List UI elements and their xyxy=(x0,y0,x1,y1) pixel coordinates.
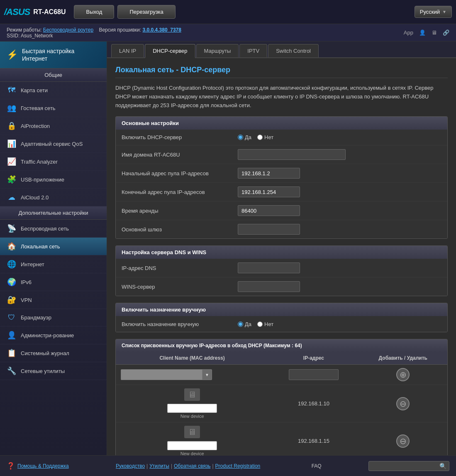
manual-assignment-section: Включить назначение вручную Включить наз… xyxy=(115,303,448,332)
ssid-value: Asus_Network xyxy=(21,33,53,39)
sidebar-item-qos[interactable]: 📊 Адаптивный сервис QoS xyxy=(0,135,107,153)
dhcp-yes-radio[interactable] xyxy=(238,135,243,140)
utils-link[interactable]: Утилиты xyxy=(149,463,169,469)
share-icon[interactable]: 🔗 xyxy=(443,29,449,36)
sidebar-item-firewall[interactable]: 🛡 Брандмауэр xyxy=(0,309,107,326)
sidebar-item-syslog[interactable]: 📋 Системный журнал xyxy=(0,344,107,362)
manual-enable-label: Включить назначение вручную xyxy=(122,321,238,327)
ip-input-cell xyxy=(268,365,358,385)
pool-start-input[interactable] xyxy=(238,168,300,179)
table-row: 🖥 New device 192.168.1.15 ⊖ xyxy=(116,422,447,455)
reboot-button[interactable]: Перезагрузка xyxy=(117,5,175,19)
tab-dhcp[interactable]: DHCP-сервер xyxy=(145,44,195,58)
sidebar-item-lan[interactable]: 🏠 Локальная сеть xyxy=(0,238,107,255)
mac-address-input[interactable] xyxy=(121,370,202,380)
mode-value[interactable]: Беспроводной роутер xyxy=(43,27,93,33)
footer-search-input[interactable] xyxy=(371,463,438,469)
language-label: Русский xyxy=(420,9,440,15)
lease-time-label: Время аренды xyxy=(122,208,238,214)
pool-start-label: Начальный адрес пула IP-адресов xyxy=(122,170,238,177)
sidebar-item-admin[interactable]: 👤 Администри-рование xyxy=(0,326,107,344)
dns-ip-control xyxy=(238,263,300,273)
sidebar-item-aicloud[interactable]: ☁ AiCloud 2.0 xyxy=(0,189,107,206)
sidebar-item-ipv6[interactable]: 🌍 IPv6 xyxy=(0,273,107,291)
manual-no-option[interactable]: Нет xyxy=(257,321,273,327)
sidebar-item-usb-app-label: USB-приложение xyxy=(21,177,64,183)
sep2: | xyxy=(171,463,172,469)
lang-dropdown-icon: ▼ xyxy=(442,10,446,14)
dhcp-no-radio[interactable] xyxy=(257,135,263,140)
sidebar-item-lan-label: Локальная сеть xyxy=(21,243,60,250)
lease-time-row: Время аренды xyxy=(116,201,447,220)
sidebar-item-guest-network[interactable]: 👥 Гостевая сеть xyxy=(0,99,107,117)
mac-dropdown-button[interactable]: ▼ xyxy=(202,370,212,380)
lease-time-input[interactable] xyxy=(238,205,300,216)
sidebar-item-tools[interactable]: 🔧 Сетевые утилиты xyxy=(0,362,107,380)
remove-device2-button[interactable]: ⊖ xyxy=(396,434,410,448)
pool-end-input[interactable] xyxy=(238,186,300,197)
device1-label: New device xyxy=(121,414,263,419)
manual-yes-radio[interactable] xyxy=(238,321,243,327)
sidebar-item-traffic-analyzer[interactable]: 📈 Traffic Analyzer xyxy=(0,153,107,171)
footer-left: ❓ Помощь & Поддержка xyxy=(7,462,69,470)
mode-label: Режим работы: xyxy=(7,27,41,33)
device2-name-input[interactable] xyxy=(167,441,217,450)
sidebar-item-network-map[interactable]: 🗺 Карта сети xyxy=(0,82,107,99)
sidebar-item-internet[interactable]: 🌐 Интернет xyxy=(0,255,107,273)
mac-input-cell: ▼ xyxy=(116,365,268,385)
tab-lan-ip[interactable]: LAN IP xyxy=(111,44,144,57)
logo-asus-text: /ASUS xyxy=(4,7,30,17)
guest-network-icon: 👥 xyxy=(7,103,17,113)
remove-device1-button[interactable]: ⊖ xyxy=(396,397,410,410)
ip-address-input[interactable] xyxy=(289,369,339,380)
dhcp-yes-option[interactable]: Да xyxy=(238,134,251,140)
wireless-icon: 📡 xyxy=(7,224,17,233)
tab-switch-control[interactable]: Switch Control xyxy=(268,44,319,57)
tab-routes[interactable]: Маршруты xyxy=(196,44,239,57)
logo: /ASUS RT-AC68U xyxy=(4,7,66,17)
search-icon[interactable]: 🔍 xyxy=(439,463,446,469)
sep3: | xyxy=(212,463,213,469)
tab-iptv[interactable]: IPTV xyxy=(239,44,267,57)
sidebar-item-vpn[interactable]: 🔐 VPN xyxy=(0,291,107,309)
manual-yes-label: Да xyxy=(245,321,251,327)
domain-name-input[interactable] xyxy=(238,149,346,160)
logout-button[interactable]: Выход xyxy=(74,5,114,19)
domain-name-row: Имя домена RT-AC68U xyxy=(116,145,447,164)
help-icon[interactable]: ❓ xyxy=(7,462,15,470)
manual-no-radio[interactable] xyxy=(257,321,263,327)
wins-input[interactable] xyxy=(238,281,300,292)
quick-setup-item[interactable]: ⚡ Быстрая настройка Интернет xyxy=(0,42,107,69)
manual-link[interactable]: Руководство xyxy=(116,463,145,469)
dns-ip-input[interactable] xyxy=(238,263,300,273)
gateway-control xyxy=(238,224,300,235)
mac-dropdown[interactable]: ▼ xyxy=(121,369,212,380)
monitor-icon[interactable]: 🖥 xyxy=(432,29,437,36)
help-label[interactable]: Помощь & Поддержка xyxy=(17,463,69,469)
qos-icon: 📊 xyxy=(7,139,17,148)
ipv6-icon: 🌍 xyxy=(7,277,17,287)
basic-settings-body: Включить DHCP-сервер Да Нет xyxy=(116,130,447,238)
gateway-input[interactable] xyxy=(238,224,300,235)
firmware-value[interactable]: 3.0.0.4.380_7378 xyxy=(143,27,181,33)
add-device-button[interactable]: ⊕ xyxy=(396,368,410,381)
dhcp-no-option[interactable]: Нет xyxy=(257,134,273,140)
sidebar-item-aiprotection[interactable]: 🔒 AiProtection xyxy=(0,117,107,135)
footer-links: Руководство | Утилиты | Обратная связь |… xyxy=(116,463,260,469)
product-link[interactable]: Product Registration xyxy=(215,463,261,469)
dns-ip-label: IP-адрес DNS xyxy=(122,265,238,271)
manual-yes-option[interactable]: Да xyxy=(238,321,251,327)
top-buttons: Выход Перезагрузка xyxy=(74,5,414,19)
footer-search[interactable]: 🔍 xyxy=(368,461,449,471)
domain-name-label: Имя домена RT-AC68U xyxy=(122,152,238,158)
sidebar-item-traffic-analyzer-label: Traffic Analyzer xyxy=(21,159,58,165)
language-selector[interactable]: Русский ▼ xyxy=(415,6,452,18)
sidebar-item-usb-app[interactable]: 🧩 USB-приложение xyxy=(0,171,107,189)
sidebar-item-wireless[interactable]: 📡 Беспроводная сеть xyxy=(0,220,107,238)
device1-name-input[interactable] xyxy=(167,404,217,413)
tools-icon: 🔧 xyxy=(7,366,17,375)
manual-assignment-body: Включить назначение вручную Да Нет xyxy=(116,316,447,332)
user-icon[interactable]: 👤 xyxy=(419,29,426,36)
domain-name-control xyxy=(238,149,346,160)
feedback-link[interactable]: Обратная связь xyxy=(174,463,210,469)
